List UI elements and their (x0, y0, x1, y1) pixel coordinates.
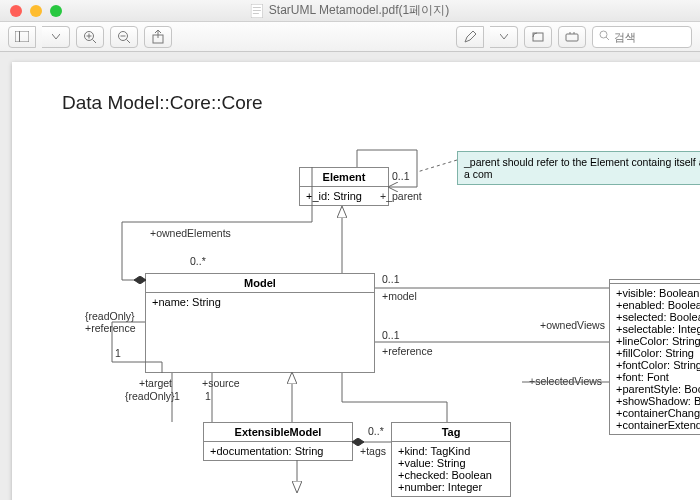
toolbar (0, 22, 700, 52)
svg-line-7 (93, 39, 97, 43)
svg-rect-1 (253, 7, 261, 8)
uml-class-element: Element +_id: String (299, 167, 389, 206)
annotate-button[interactable] (456, 26, 484, 48)
svg-rect-3 (253, 13, 259, 14)
uml-attr: +parentStyle: Boolean (616, 383, 700, 395)
uml-attr: +lineColor: String (616, 335, 700, 347)
uml-role-selectedviews: +selectedViews (529, 375, 602, 387)
diagram-title: Data Model::Core::Core (62, 92, 263, 114)
uml-mult-one: 1 (115, 347, 121, 359)
uml-role-ownedviews: +ownedViews (540, 319, 605, 331)
uml-role-tags: +tags (360, 445, 386, 457)
uml-class-model: Model +name: String (145, 273, 375, 373)
maximize-window-button[interactable] (50, 5, 62, 17)
svg-rect-2 (253, 10, 261, 11)
uml-class-name: Tag (392, 423, 510, 442)
uml-mult: 0..1 (382, 329, 400, 341)
uml-mult-tags: 0..* (368, 425, 384, 437)
uml-mult: 0..* (190, 255, 206, 267)
uml-mult-one3: 1 (205, 390, 211, 402)
uml-class-name: ExtensibleModel (204, 423, 352, 442)
window-titlebar: StarUML Metamodel.pdf(1페이지) (0, 0, 700, 22)
uml-role-reference2: +reference (85, 322, 136, 334)
uml-constraint: {readOnly} (85, 310, 135, 322)
uml-attr: +enabled: Boolean (616, 299, 700, 311)
window-title: StarUML Metamodel.pdf(1페이지) (251, 2, 449, 19)
uml-attr: +_id: String (306, 190, 382, 202)
uml-attr: +fontColor: String (616, 359, 700, 371)
uml-attr: +number: Integer (398, 481, 504, 493)
uml-attr: +visible: Boolean (616, 287, 700, 299)
pdf-page: Data Model::Core::Core _parent should re… (12, 62, 700, 500)
share-button[interactable] (144, 26, 172, 48)
svg-rect-16 (566, 34, 578, 41)
uml-mult-one2: 1 (174, 390, 180, 402)
window-title-text: StarUML Metamodel.pdf(1페이지) (269, 2, 449, 19)
uml-attr: +containerExtending (616, 419, 700, 431)
svg-line-20 (606, 37, 609, 40)
uml-class-view: +visible: Boolean +enabled: Boolean +sel… (609, 279, 700, 435)
uml-role-ownedelements: +ownedElements (150, 227, 231, 239)
close-window-button[interactable] (10, 5, 22, 17)
sidebar-toggle-button[interactable] (8, 26, 36, 48)
uml-note: _parent should refer to the Element cont… (457, 151, 700, 185)
zoom-in-button[interactable] (76, 26, 104, 48)
uml-attr: +showShadow: Boolean (616, 395, 700, 407)
uml-role-parent: +_parent (380, 190, 422, 202)
uml-attr: +fillColor: String (616, 347, 700, 359)
uml-role-model: +model (382, 290, 417, 302)
rotate-button[interactable] (524, 26, 552, 48)
uml-attr: +selectable: Integer (616, 323, 700, 335)
zoom-out-button[interactable] (110, 26, 138, 48)
uml-mult: 0..1 (382, 273, 400, 285)
uml-role-reference: +reference (382, 345, 433, 357)
uml-class-name: Element (300, 168, 388, 187)
uml-class-extensible: ExtensibleModel +documentation: String (203, 422, 353, 461)
search-icon (599, 30, 610, 43)
uml-attr: +kind: TagKind (398, 445, 504, 457)
uml-constraint2: {readOnly} (125, 390, 175, 402)
pdf-icon (251, 4, 263, 18)
svg-line-11 (127, 39, 131, 43)
uml-attr: +font: Font (616, 371, 700, 383)
search-field[interactable] (592, 26, 692, 48)
traffic-lights (0, 5, 62, 17)
uml-attr: +documentation: String (210, 445, 346, 457)
uml-role-target: +target (139, 377, 172, 389)
uml-role-source: +source (202, 377, 240, 389)
search-input[interactable] (614, 31, 685, 43)
svg-rect-4 (15, 31, 29, 42)
uml-class-tag: Tag +kind: TagKind +value: String +check… (391, 422, 511, 497)
annotate-menu-button[interactable] (490, 26, 518, 48)
uml-attr: +checked: Boolean (398, 469, 504, 481)
uml-attr: +selected: Boolean (616, 311, 700, 323)
svg-point-19 (600, 31, 607, 38)
uml-attr: +value: String (398, 457, 504, 469)
uml-class-name: Model (146, 274, 374, 293)
uml-attr: +name: String (152, 296, 368, 308)
minimize-window-button[interactable] (30, 5, 42, 17)
sidebar-menu-button[interactable] (42, 26, 70, 48)
svg-line-21 (417, 160, 457, 172)
uml-mult: 0..1 (392, 170, 410, 182)
uml-attr: +containerChangeable (616, 407, 700, 419)
markup-button[interactable] (558, 26, 586, 48)
document-viewport[interactable]: Data Model::Core::Core _parent should re… (0, 52, 700, 500)
